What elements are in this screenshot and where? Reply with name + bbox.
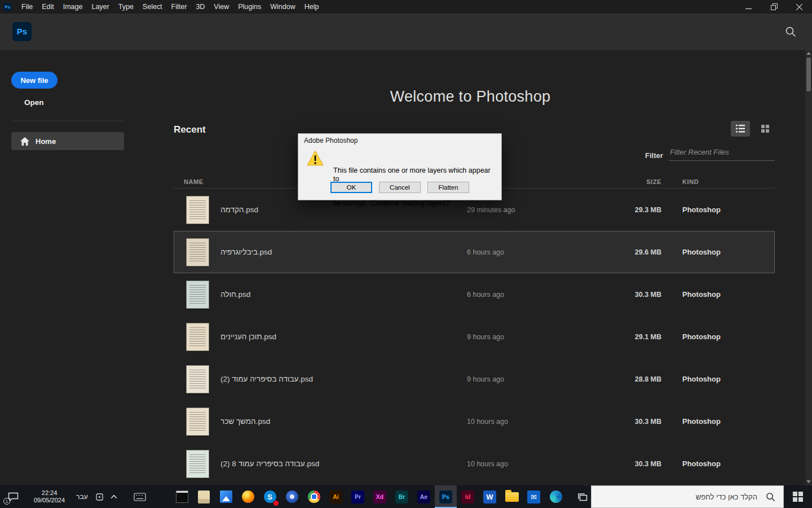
sidebar-item-home[interactable]: Home xyxy=(11,132,124,150)
file-last-opened: 6 hours ago xyxy=(467,248,594,256)
file-thumbnail xyxy=(186,365,209,393)
menu-edit[interactable]: Edit xyxy=(37,0,59,14)
restore-button[interactable] xyxy=(761,0,787,14)
grid-view-icon xyxy=(761,125,769,133)
ok-button[interactable]: OK xyxy=(330,182,372,193)
blue-app-icon[interactable] xyxy=(281,485,303,508)
file-size: 29.6 MB xyxy=(594,248,661,256)
clock-time: 22:24 xyxy=(34,489,65,497)
menu-3d[interactable]: 3D xyxy=(191,0,209,14)
hidden-icons-chevron[interactable] xyxy=(111,495,117,498)
restore-icon xyxy=(771,3,778,10)
search-icon[interactable] xyxy=(785,26,796,40)
menu-plugins[interactable]: Plugins xyxy=(233,0,266,14)
cmd-icon[interactable] xyxy=(171,485,193,508)
filter-label: Filter xyxy=(645,151,663,160)
menu-type[interactable]: Type xyxy=(114,0,138,14)
file-size: 30.3 MB xyxy=(594,460,661,468)
menu-file[interactable]: File xyxy=(17,0,37,14)
task-view-button[interactable] xyxy=(571,485,593,508)
flatten-button[interactable]: Flatten xyxy=(427,182,469,193)
new-file-button[interactable]: New file xyxy=(11,72,58,89)
photos-app-icon[interactable] xyxy=(215,485,237,508)
chrome-icon[interactable] xyxy=(303,485,325,508)
list-view-button[interactable] xyxy=(731,121,750,137)
menu-view[interactable]: View xyxy=(209,0,233,14)
cancel-button[interactable]: Cancel xyxy=(379,182,421,193)
column-kind: KIND xyxy=(682,178,775,185)
close-button[interactable] xyxy=(787,0,812,14)
file-row[interactable]: תוכן העניינים.psd 9 hours ago 29.1 MB Ph… xyxy=(174,316,775,358)
column-size: SIZE xyxy=(594,178,661,185)
tray-app-icon[interactable] xyxy=(96,493,103,501)
menu-help[interactable]: Help xyxy=(300,0,324,14)
menu-window[interactable]: Window xyxy=(266,0,299,14)
skype-notification-badge xyxy=(273,500,279,506)
view-toggles xyxy=(731,121,775,137)
sidebar: New file Open Home xyxy=(0,50,135,485)
file-kind: Photoshop xyxy=(682,205,775,214)
file-kind: Photoshop xyxy=(682,417,775,426)
home-icon xyxy=(20,137,29,146)
taskbar-search[interactable] xyxy=(591,485,784,508)
file-kind: Photoshop xyxy=(682,248,775,256)
action-center-button[interactable]: 1 xyxy=(7,491,19,503)
file-row[interactable]: ביבליוגרפיה.psd 6 hours ago 29.6 MB Phot… xyxy=(174,231,775,273)
minimize-button[interactable] xyxy=(736,0,761,14)
taskbar-search-icon xyxy=(766,492,775,504)
open-button[interactable]: Open xyxy=(24,98,135,108)
touch-keyboard-button[interactable] xyxy=(134,493,146,501)
file-kind: Photoshop xyxy=(682,290,775,299)
bridge-icon[interactable]: Br xyxy=(391,485,413,508)
menu-select[interactable]: Select xyxy=(138,0,167,14)
file-row[interactable]: עבודה בסיפריה עמוד 8 (2).psd 10 hours ag… xyxy=(174,443,775,485)
file-name: עבודה בסיפריה עמוד (2).psd xyxy=(220,375,467,383)
word-icon[interactable]: W xyxy=(479,485,501,508)
xd-icon[interactable]: Xd xyxy=(369,485,391,508)
vertical-scrollbar[interactable] xyxy=(805,50,812,485)
grid-view-button[interactable] xyxy=(756,121,775,137)
photoshop-taskbar-icon[interactable]: Ps xyxy=(435,485,457,508)
keyboard-icon xyxy=(134,493,146,501)
file-size: 30.3 MB xyxy=(594,418,661,426)
taskbar-search-input[interactable] xyxy=(592,486,783,507)
language-indicator[interactable]: עבר xyxy=(76,493,88,501)
file-thumbnail xyxy=(186,196,209,224)
indesign-icon[interactable]: Id xyxy=(457,485,479,508)
dialog-title: Adobe Photoshop xyxy=(298,134,501,144)
menu-layer[interactable]: Layer xyxy=(87,0,113,14)
edge-icon[interactable] xyxy=(545,485,567,508)
menu-image[interactable]: Image xyxy=(59,0,87,14)
scroll-up-arrow-icon[interactable] xyxy=(806,52,811,55)
recent-heading: Recent xyxy=(174,124,206,135)
file-row[interactable]: המשך שכר.psd 10 hours ago 30.3 MB Photos… xyxy=(174,400,775,443)
file-explorer-icon[interactable] xyxy=(501,485,523,508)
menu-filter[interactable]: Filter xyxy=(167,0,192,14)
premiere-icon[interactable]: Pr xyxy=(347,485,369,508)
after-effects-icon[interactable]: Ae xyxy=(413,485,435,508)
firefox-icon[interactable] xyxy=(237,485,259,508)
file-kind: Photoshop xyxy=(682,459,775,468)
start-button[interactable] xyxy=(784,485,812,508)
filter-input[interactable] xyxy=(669,146,775,161)
scroll-down-arrow-icon[interactable] xyxy=(806,480,811,483)
illustrator-icon[interactable]: Ai xyxy=(325,485,347,508)
menu-bar: Ps File Edit Image Layer Type Select Fil… xyxy=(0,0,812,14)
file-row[interactable]: עבודה בסיפריה עמוד (2).psd 9 hours ago 2… xyxy=(174,358,775,400)
mail-icon[interactable]: ✉ xyxy=(523,485,545,508)
welcome-title: Welcome to Photoshop xyxy=(135,88,805,106)
file-size: 28.8 MB xyxy=(594,375,661,383)
notes-app-icon[interactable] xyxy=(193,485,215,508)
scrollbar-thumb[interactable] xyxy=(806,58,811,91)
skype-icon[interactable]: S xyxy=(259,485,281,508)
taskbar-clock[interactable]: 22:24 09/05/2024 xyxy=(34,489,65,504)
photoshop-logo: Ps xyxy=(12,22,32,41)
file-last-opened: 9 hours ago xyxy=(467,333,594,341)
minimize-icon xyxy=(745,4,752,10)
app-header: Ps xyxy=(0,14,812,50)
windows-logo-icon xyxy=(793,492,803,502)
file-row[interactable]: חולה.psd 6 hours ago 30.3 MB Photoshop xyxy=(174,273,775,316)
file-last-opened: 6 hours ago xyxy=(467,291,594,299)
file-kind: Photoshop xyxy=(682,375,775,383)
system-tray: 1 22:24 09/05/2024 עבר xyxy=(0,485,146,508)
